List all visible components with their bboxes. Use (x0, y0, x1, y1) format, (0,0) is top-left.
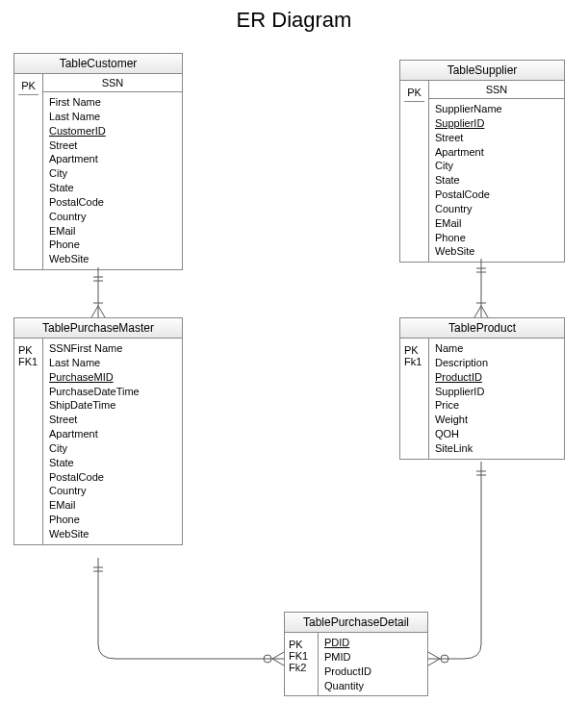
entity-product-attrs: Name Description ProductID SupplierID Pr… (429, 339, 564, 459)
svg-point-21 (441, 655, 448, 663)
svg-line-10 (481, 306, 488, 317)
entity-customer: TableCustomer PK SSN First Name Last Nam… (13, 53, 183, 270)
entity-purchase-detail-attrs: PDID PMID ProductID Quantity (319, 633, 427, 695)
entity-customer-keycol: PK (14, 74, 43, 269)
entity-purchase-master-keycol: PK FK1 (14, 339, 43, 544)
entity-purchase-master: TablePurchaseMaster PK FK1 SSNFirst Name… (13, 317, 183, 545)
svg-line-9 (474, 306, 481, 317)
diagram-title: ER Diagram (0, 8, 588, 33)
key-pk: PK (289, 636, 314, 650)
key-pk: PK (18, 341, 38, 356)
entity-supplier-attrs: SupplierName SupplierID Street Apartment… (429, 99, 564, 262)
entity-supplier: TableSupplier PK SSN SupplierName Suppli… (399, 60, 565, 263)
entity-product-header: TableProduct (400, 318, 564, 339)
svg-point-16 (264, 655, 271, 663)
entity-purchase-master-header: TablePurchaseMaster (14, 318, 182, 339)
entity-customer-attrs: First Name Last Name CustomerID Street A… (43, 92, 182, 269)
svg-line-20 (428, 659, 440, 665)
key-fk1: Fk1 (404, 356, 424, 367)
svg-line-3 (91, 306, 98, 317)
entity-supplier-keycol: PK (400, 81, 429, 262)
entity-supplier-header: TableSupplier (400, 61, 564, 81)
entity-purchase-detail: TablePurchaseDetail PK FK1 Fk2 PDID PMID… (284, 612, 428, 696)
ssn-header: SSN (429, 81, 564, 99)
svg-line-14 (272, 652, 284, 659)
ssn-header: SSN (43, 74, 182, 92)
entity-product: TableProduct PK Fk1 Name Description Pro… (399, 317, 565, 460)
key-fk1: FK1 (18, 356, 38, 367)
entity-purchase-master-attrs: SSNFirst Name Last Name PurchaseMID Purc… (43, 339, 182, 544)
svg-line-4 (98, 306, 105, 317)
svg-line-19 (428, 652, 440, 659)
svg-line-15 (272, 659, 284, 665)
entity-product-keycol: PK Fk1 (400, 339, 429, 459)
key-fk2: Fk2 (289, 662, 314, 673)
key-fk1: FK1 (289, 650, 314, 662)
entity-purchase-detail-header: TablePurchaseDetail (285, 613, 427, 633)
key-pk: PK (404, 341, 424, 356)
pk-label: PK (18, 77, 38, 95)
entity-customer-header: TableCustomer (14, 54, 182, 74)
pk-label: PK (404, 84, 424, 102)
entity-purchase-detail-keycol: PK FK1 Fk2 (285, 633, 319, 695)
